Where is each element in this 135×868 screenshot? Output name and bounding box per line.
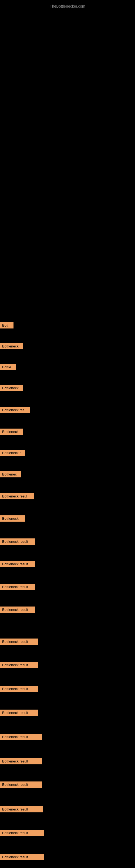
bottleneck-result-item[interactable]: Bottlenec <box>0 471 21 477</box>
site-title: TheBottlenecker.com <box>0 1 135 11</box>
bottleneck-result-item[interactable]: Bottleneck result <box>0 584 35 590</box>
bottleneck-result-item[interactable]: Bottleneck result <box>0 686 38 692</box>
bottleneck-result-item[interactable]: Bottleneck result <box>0 830 44 836</box>
bottleneck-result-item[interactable]: Bottleneck result <box>0 854 44 860</box>
bottleneck-result-item[interactable]: Bottleneck result <box>0 758 42 764</box>
bottleneck-result-item[interactable]: Bottleneck result <box>0 538 35 545</box>
bottleneck-result-item[interactable]: Bottleneck result <box>0 734 42 740</box>
bottleneck-result-item[interactable]: Bottleneck result <box>0 607 35 613</box>
bottleneck-result-item[interactable]: Bottleneck r <box>0 516 25 522</box>
bottleneck-result-item[interactable]: Bottleneck result <box>0 710 38 716</box>
bottleneck-result-item[interactable]: Bottleneck result <box>0 781 42 788</box>
bottleneck-result-item[interactable]: Bott <box>0 322 13 329</box>
bottleneck-result-item[interactable]: Bottleneck result <box>0 662 38 668</box>
bottleneck-result-item[interactable]: Bottleneck <box>0 343 23 349</box>
bottleneck-result-item[interactable]: Bottleneck result <box>0 561 35 567</box>
bottleneck-result-item[interactable]: Bottleneck <box>0 385 23 391</box>
bottleneck-result-item[interactable]: Bottleneck result <box>0 639 38 645</box>
bottleneck-result-item[interactable]: Bottleneck result <box>0 806 43 812</box>
bottleneck-result-item[interactable]: Bottleneck <box>0 429 23 435</box>
bottleneck-result-item[interactable]: Bottleneck res <box>0 407 30 413</box>
bottleneck-result-item[interactable]: Bottleneck r <box>0 450 25 456</box>
bottleneck-result-item[interactable]: Bottle <box>0 364 16 370</box>
bottleneck-result-item[interactable]: Bottleneck resul <box>0 493 34 499</box>
